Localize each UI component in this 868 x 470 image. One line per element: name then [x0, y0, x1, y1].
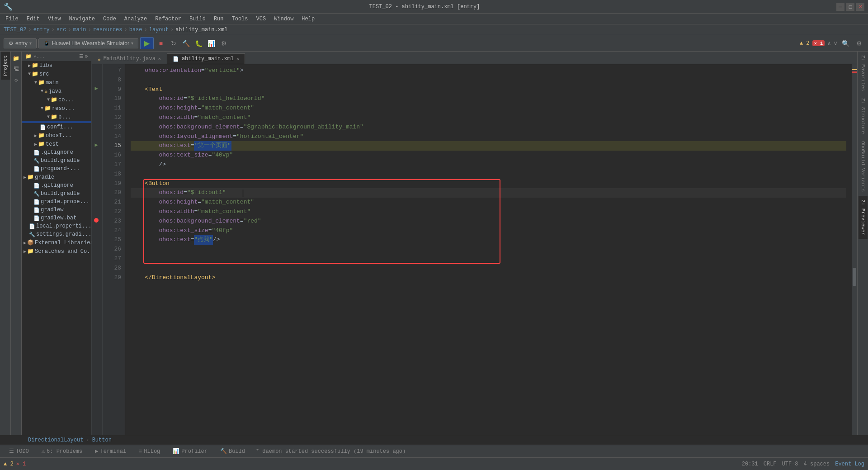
status-errors[interactable]: ✕ 1 — [16, 461, 26, 467]
path-directionallayout[interactable]: DirectionalLayout — [28, 437, 83, 443]
tab-hilog[interactable]: ≡ HiLog — [133, 447, 165, 456]
minimize-button[interactable]: ─ — [836, 3, 844, 11]
vtab-structure[interactable]: Z: Structure — [859, 95, 868, 138]
stop-button[interactable]: ■ — [156, 38, 166, 49]
tree-item-confi[interactable]: 📄 confi... — [22, 123, 91, 131]
menu-code[interactable]: Code — [99, 15, 120, 23]
tree-item-scratches[interactable]: ▶ 📁 Scratches and Co... — [22, 247, 91, 256]
breadcrumb-layout[interactable]: layout — [149, 27, 169, 33]
menu-refactor[interactable]: Refactor — [151, 15, 185, 23]
code-editor[interactable]: ▶ ▶ 7 8 9 10 11 12 13 14 15 16 — [92, 64, 857, 435]
tree-item-settings[interactable]: 🔧 settings.gradi... — [22, 230, 91, 238]
tab-mainability-close[interactable]: ✕ — [158, 56, 161, 62]
sidebar-title: P... — [33, 54, 45, 59]
profiler-label: Profiler — [181, 448, 208, 455]
status-warnings[interactable]: ▲ 2 — [4, 461, 14, 467]
close-button[interactable]: ✕ — [856, 3, 864, 11]
tree-item-b[interactable]: ▼ 📁 b... — [22, 113, 91, 121]
tab-profiler[interactable]: 📊 Profiler — [167, 446, 213, 456]
expand-icon[interactable]: ∧ — [827, 40, 831, 47]
tree-item-ohostest[interactable]: ▶ 📁 ohosT... — [22, 131, 91, 140]
scrollbar[interactable] — [852, 64, 857, 435]
path-button[interactable]: Button — [92, 437, 112, 443]
tree-item-reso[interactable]: ▼ 📁 reso... — [22, 104, 91, 113]
warning-count[interactable]: ▲ 2 — [800, 40, 810, 47]
error-count[interactable]: ✕ 1 — [812, 40, 825, 46]
tree-item-java[interactable]: ▼ ☕ java — [22, 87, 91, 95]
menu-help[interactable]: Help — [298, 15, 318, 23]
menu-file[interactable]: File — [2, 15, 22, 23]
editor-tabs: ☕ MainAbility.java ✕ 📄 ability_main.xml … — [92, 52, 857, 64]
gear-button[interactable]: ⚙ — [854, 38, 864, 49]
menu-tools[interactable]: Tools — [228, 15, 252, 23]
breadcrumb-entry[interactable]: entry — [33, 27, 50, 33]
vtab-previewer[interactable]: 2: Previewer — [859, 196, 868, 239]
tab-terminal[interactable]: ▶ Terminal — [90, 446, 132, 456]
project-icon[interactable]: 📁 — [11, 53, 21, 63]
tab-build[interactable]: 🔨 Build — [215, 446, 250, 456]
breadcrumb-base[interactable]: base — [129, 27, 142, 33]
sidebar-collapse-icon[interactable]: ☰ — [79, 53, 84, 59]
tree-item-src[interactable]: ▼ 📁 src — [22, 70, 91, 78]
settings-button[interactable]: ⚙ — [219, 38, 230, 49]
tree-item-test[interactable]: ▶ 📁 test — [22, 140, 91, 148]
todo-icon: ☰ — [9, 448, 14, 455]
settings-icon2[interactable]: ⚙ — [11, 75, 21, 85]
tree-item-local-prop[interactable]: 📄 local.properti... — [22, 222, 91, 230]
status-indent[interactable]: 4 spaces — [804, 461, 830, 467]
menu-run[interactable]: Run — [210, 15, 227, 23]
menu-window[interactable]: Window — [270, 15, 297, 23]
tree-item-gitignore1[interactable]: 📄 .gitignore — [22, 148, 91, 157]
tree-item-main[interactable]: ▼ 📁 main — [22, 78, 91, 87]
menu-edit[interactable]: Edit — [23, 15, 43, 23]
code-line-28 — [131, 264, 846, 273]
sidebar-gear-icon[interactable]: ⚙ — [85, 53, 88, 59]
entry-selector[interactable]: ⚙ entry ▾ — [4, 38, 37, 48]
simulator-selector[interactable]: 📱 Huawei Lite Wearable Simulator ▾ — [38, 38, 138, 48]
breadcrumb-resources[interactable]: resources — [93, 27, 123, 33]
menu-build[interactable]: Build — [186, 15, 209, 23]
tab-todo[interactable]: ☰ TODO — [4, 446, 34, 456]
status-line-ending[interactable]: CRLF — [764, 461, 777, 467]
vtab-project[interactable]: Project — [1, 52, 10, 80]
tree-item-gradle-prop[interactable]: 📄 gradle.prope... — [22, 198, 91, 206]
tab-problems[interactable]: ⚠ 6: Problems — [36, 446, 88, 456]
status-event-log[interactable]: Event Log — [835, 461, 864, 467]
scroll-thumb[interactable] — [853, 268, 856, 286]
menu-vcs[interactable]: VCS — [253, 15, 270, 23]
tree-item-gradlew[interactable]: 📄 gradlew — [22, 206, 91, 214]
build-button[interactable]: 🔨 — [181, 38, 192, 49]
maximize-button[interactable]: □ — [846, 3, 854, 11]
tab-mainability[interactable]: ☕ MainAbility.java ✕ — [92, 53, 167, 64]
tree-item-gitignore2[interactable]: 📄 .gitignore — [22, 181, 91, 190]
run-button[interactable]: ▶ — [140, 37, 154, 49]
code-content[interactable]: ohos:orientation="vertical"> <Text ohos:… — [125, 64, 852, 435]
tree-item-build-gradle2[interactable]: 🔧 build.gradle — [22, 190, 91, 198]
vtab-ohobuild[interactable]: OhoBuild Variants — [859, 138, 868, 195]
tree-item-libs[interactable]: ▶ 📁 libs — [22, 61, 91, 70]
search-button[interactable]: 🔍 — [840, 38, 851, 49]
breadcrumb-src[interactable]: src — [57, 27, 66, 33]
debug-button[interactable]: 🐛 — [193, 38, 204, 49]
menu-analyze[interactable]: Analyze — [121, 15, 151, 23]
tree-item-build-gradle1[interactable]: 🔧 build.gradle — [22, 157, 91, 165]
collapse-icon[interactable]: ∨ — [834, 40, 837, 47]
breadcrumb-project[interactable]: TEST_02 — [4, 27, 26, 33]
tree-item-co[interactable]: ▼ 📁 co... — [22, 95, 91, 104]
menu-navigate[interactable]: Navigate — [65, 15, 99, 23]
structure-icon[interactable]: 🏗 — [11, 64, 21, 74]
sync-button[interactable]: ↻ — [168, 38, 179, 49]
profile-button[interactable]: 📊 — [206, 38, 217, 49]
tab-ability-xml-close[interactable]: ✕ — [236, 56, 239, 62]
tab-mainability-label: MainAbility.java — [104, 56, 156, 62]
tree-item-proguard[interactable]: 📄 proguard-... — [22, 165, 91, 173]
tree-item-gradlew-bat[interactable]: 📄 gradlew.bat — [22, 214, 91, 222]
vtab-favorites[interactable]: Z: Favorites — [859, 52, 868, 95]
tree-item-ext-libs[interactable]: ▶ 📦 External Libraries — [22, 238, 91, 247]
menu-view[interactable]: View — [44, 15, 65, 23]
breadcrumb-main[interactable]: main — [73, 27, 86, 33]
tab-ability-xml[interactable]: 📄 ability_main.xml ✕ — [167, 53, 245, 64]
tree-item-gradle[interactable]: ▶ 📁 gradle — [22, 173, 91, 181]
status-encoding[interactable]: UTF-8 — [782, 461, 798, 467]
breadcrumb-file[interactable]: ability_main.xml — [175, 27, 227, 33]
